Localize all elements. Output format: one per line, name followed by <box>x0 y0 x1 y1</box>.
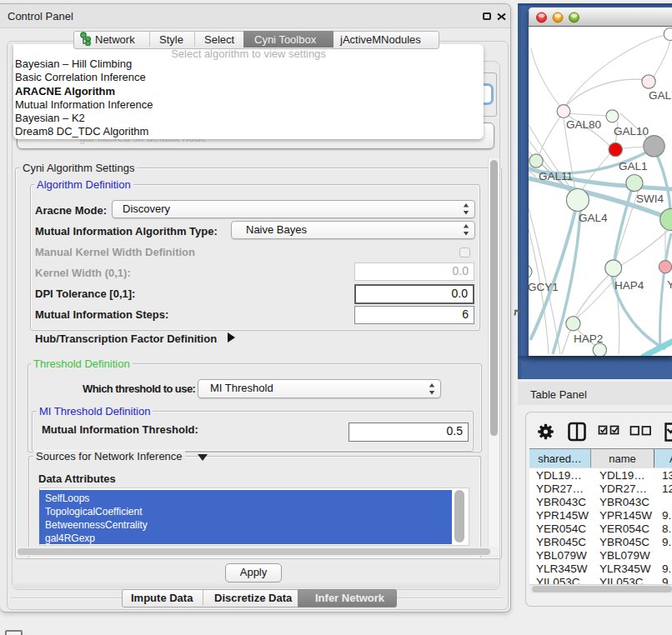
svg-text:GAL80: GAL80 <box>566 118 601 131</box>
svg-text:SWI4: SWI4 <box>636 192 664 205</box>
svg-text:HAP4: HAP4 <box>614 279 644 292</box>
svg-text:GAL11: GAL11 <box>539 170 573 182</box>
svg-text:HAP2: HAP2 <box>574 332 603 345</box>
svg-text:YJ: YJ <box>667 278 672 291</box>
svg-text:GAL7: GAL7 <box>649 89 672 102</box>
svg-text:GCY1: GCY1 <box>529 281 559 293</box>
svg-text:GAL10: GAL10 <box>614 125 649 138</box>
svg-text:GAL1: GAL1 <box>619 160 648 172</box>
svg-text:GAL4: GAL4 <box>579 212 608 224</box>
